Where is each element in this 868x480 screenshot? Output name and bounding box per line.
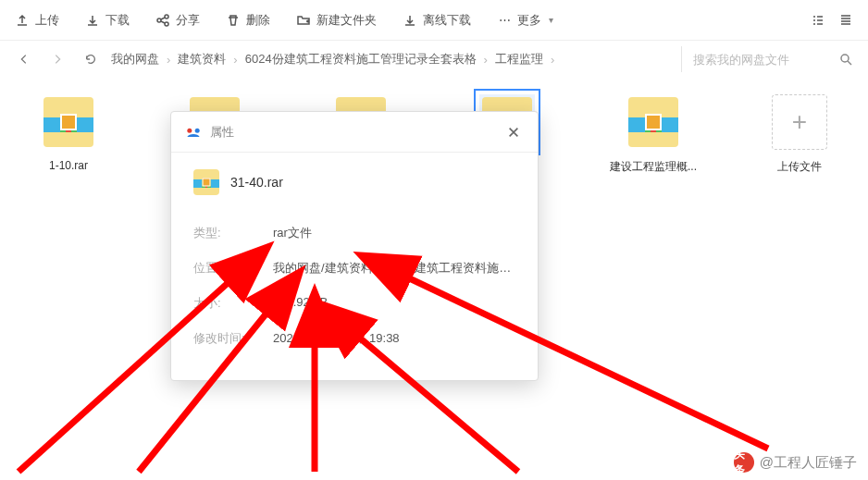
upload-button[interactable]: 上传 <box>15 12 59 29</box>
watermark: 头条 @工程人匠锤子 <box>734 452 857 473</box>
dialog-file-name: 31-40.rar <box>230 175 283 190</box>
search-icon[interactable] <box>838 52 853 67</box>
crumb[interactable]: 我的网盘 <box>111 51 159 68</box>
dots-icon: ⋯ <box>497 13 512 28</box>
property-value: rar文件 <box>273 225 515 241</box>
property-row-type: 类型: rar文件 <box>193 215 515 251</box>
new-folder-label: 新建文件夹 <box>316 12 377 29</box>
new-folder-icon <box>296 13 311 28</box>
properties-dialog: 属性 31-40.rar 类型: rar文件 位置: 我的网盘/建筑资料/602… <box>170 111 539 381</box>
svg-point-2 <box>165 22 168 26</box>
upload-label: 上传 <box>35 12 59 29</box>
property-value: 432.92MB <box>273 295 515 312</box>
svg-point-4 <box>187 128 192 132</box>
property-row-mtime: 修改时间: 2020年03月25日, 19:38 <box>193 321 515 356</box>
svg-point-0 <box>157 18 161 22</box>
property-label: 大小: <box>193 295 245 312</box>
delete-button[interactable]: 删除 <box>226 12 270 29</box>
download-button[interactable]: 下载 <box>85 12 130 29</box>
crumb[interactable]: 6024份建筑工程资料施工管理记录全套表格 <box>245 51 477 68</box>
property-label: 类型: <box>193 225 245 241</box>
view-list-icon[interactable] <box>811 13 825 28</box>
share-icon <box>155 13 170 28</box>
property-value: 2020年03月25日, 19:38 <box>273 330 515 347</box>
offline-download-button[interactable]: 离线下载 <box>403 12 471 29</box>
upload-icon <box>15 13 30 28</box>
svg-point-3 <box>841 55 849 62</box>
dialog-header: 属性 <box>171 112 538 153</box>
new-folder-button[interactable]: 新建文件夹 <box>296 12 377 29</box>
search-box <box>681 46 857 72</box>
toutiao-logo-icon: 头条 <box>734 452 754 473</box>
baidu-logo-icon <box>184 123 203 142</box>
cloud-download-icon <box>403 13 417 28</box>
crumb[interactable]: 建筑资料 <box>178 51 226 68</box>
property-row-size: 大小: 432.92MB <box>193 286 515 321</box>
upload-tile[interactable]: + 上传文件 <box>759 94 840 175</box>
property-value: 我的网盘/建筑资料/6024份建筑工程资料施工管... <box>273 260 515 277</box>
close-button[interactable] <box>502 121 525 143</box>
search-input[interactable] <box>693 53 832 67</box>
dialog-body: 类型: rar文件 位置: 我的网盘/建筑资料/6024份建筑工程资料施工管..… <box>171 206 538 380</box>
share-label: 分享 <box>176 12 200 29</box>
watermark-text: @工程人匠锤子 <box>760 454 857 472</box>
chevron-down-icon: ▾ <box>549 15 553 25</box>
upload-label: 上传文件 <box>777 159 822 175</box>
file-item[interactable]: 建设工程监理概... <box>613 94 694 175</box>
download-label: 下载 <box>105 12 130 29</box>
chevron-right-icon: › <box>233 53 237 67</box>
file-name: 建设工程监理概... <box>610 159 697 175</box>
svg-point-1 <box>165 15 168 18</box>
rar-file-icon <box>626 94 681 150</box>
view-detail-icon[interactable] <box>838 13 853 28</box>
file-name: 1-10.rar <box>49 159 88 172</box>
nav-row: 我的网盘› 建筑资料› 6024份建筑工程资料施工管理记录全套表格› 工程监理› <box>0 41 868 78</box>
chevron-right-icon: › <box>484 53 488 67</box>
offline-label: 离线下载 <box>423 12 471 29</box>
forward-button[interactable] <box>44 46 70 72</box>
delete-label: 删除 <box>246 12 270 29</box>
property-label: 位置: <box>193 260 245 277</box>
download-icon <box>85 13 100 28</box>
back-button[interactable] <box>11 46 37 72</box>
crumb[interactable]: 工程监理 <box>495 51 543 68</box>
rar-file-icon <box>193 169 219 195</box>
svg-point-5 <box>195 128 200 132</box>
toolbar: 上传 下载 分享 删除 新建文件夹 离线下载 ⋯ 更多 ▾ <box>0 0 868 41</box>
property-label: 修改时间: <box>193 330 245 347</box>
rar-file-icon <box>41 94 96 150</box>
trash-icon <box>226 13 241 28</box>
refresh-button[interactable] <box>78 46 104 72</box>
chevron-right-icon: › <box>551 53 554 67</box>
plus-icon: + <box>772 94 827 150</box>
more-button[interactable]: ⋯ 更多 ▾ <box>497 12 553 29</box>
share-button[interactable]: 分享 <box>155 12 200 29</box>
breadcrumb: 我的网盘› 建筑资料› 6024份建筑工程资料施工管理记录全套表格› 工程监理› <box>111 51 674 68</box>
file-item[interactable]: 1-10.rar <box>28 94 109 175</box>
dialog-file-row: 31-40.rar <box>171 153 538 206</box>
chevron-right-icon: › <box>167 53 170 67</box>
dialog-title: 属性 <box>210 124 234 141</box>
property-row-location: 位置: 我的网盘/建筑资料/6024份建筑工程资料施工管... <box>193 251 515 286</box>
more-label: 更多 <box>517 12 541 29</box>
